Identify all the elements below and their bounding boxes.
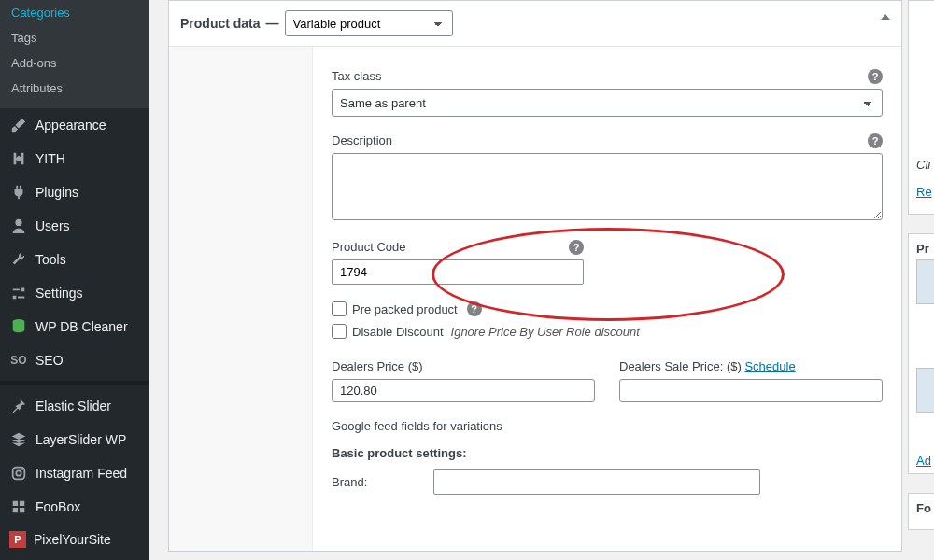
seo-icon: SO xyxy=(9,351,28,370)
description-row: Description ? xyxy=(332,133,883,223)
description-textarea[interactable] xyxy=(332,153,883,220)
sidebar-item-label: Users xyxy=(35,218,70,233)
right-link-ad[interactable]: Ad xyxy=(916,454,934,468)
product-code-label: Product Code xyxy=(332,240,593,254)
sidebar-item-appearance[interactable]: Appearance xyxy=(0,108,149,142)
help-icon[interactable]: ? xyxy=(569,240,584,255)
sidebar-item-label: WP DB Cleaner xyxy=(35,319,128,334)
plug-icon xyxy=(9,183,28,202)
layers-icon xyxy=(9,430,28,449)
sidebar-subitem-tags[interactable]: Tags xyxy=(0,25,149,50)
help-icon[interactable]: ? xyxy=(467,301,482,316)
tax-class-label: Tax class xyxy=(332,69,883,83)
database-icon xyxy=(9,317,28,336)
svg-point-2 xyxy=(16,470,21,475)
pre-packed-checkbox[interactable] xyxy=(332,301,347,316)
disable-discount-hint: Ignore Price By User Role discount xyxy=(451,325,640,339)
product-code-input[interactable] xyxy=(332,259,584,285)
dealers-price-input[interactable] xyxy=(332,379,595,402)
description-label: Description xyxy=(332,133,883,147)
sidebar-item-label: Instagram Feed xyxy=(35,466,127,481)
sidebar-item-users[interactable]: Users xyxy=(0,209,149,243)
sidebar-item-settings[interactable]: Settings xyxy=(0,276,149,310)
product-code-row: Product Code ? xyxy=(332,240,593,285)
dealers-price-row: Dealers Price ($) Dealers Sale Price: ($… xyxy=(332,359,883,402)
schedule-link[interactable]: Schedule xyxy=(744,359,795,373)
dealers-sale-col: Dealers Sale Price: ($) Schedule xyxy=(619,359,883,402)
right-text-pr: Pr xyxy=(916,242,934,256)
panel-header: Product data — Variable product xyxy=(169,1,901,47)
dealers-price-label: Dealers Price ($) xyxy=(332,359,595,373)
admin-sidebar: Categories Tags Add-ons Attributes Appea… xyxy=(0,0,149,560)
grid-icon xyxy=(9,497,28,516)
sliders-icon xyxy=(9,284,28,302)
help-icon[interactable]: ? xyxy=(868,133,883,148)
sidebar-item-label: YITH xyxy=(35,151,65,166)
brand-label: Brand: xyxy=(332,475,420,489)
sidebar-submenu: Categories Tags Add-ons Attributes xyxy=(0,0,149,108)
panel-body: Tax class ? Same as parent Description ?… xyxy=(169,47,901,551)
dealers-sale-input[interactable] xyxy=(619,379,883,402)
help-icon[interactable]: ? xyxy=(868,69,883,84)
right-text-fo: Fo xyxy=(916,501,934,515)
sidebar-item-tools[interactable]: Tools xyxy=(0,243,149,276)
pixelyoursite-icon: P xyxy=(9,531,26,548)
right-link-re[interactable]: Re xyxy=(916,185,934,199)
panel-tabs-sidebar xyxy=(169,47,313,551)
pin-icon xyxy=(9,397,28,415)
svg-point-3 xyxy=(21,469,23,470)
sidebar-item-yith[interactable]: YITH xyxy=(0,142,149,175)
sidebar-item-label: SEO xyxy=(35,353,64,368)
sidebar-item-label: Tools xyxy=(35,252,66,267)
sidebar-item-layerslider[interactable]: LayerSlider WP xyxy=(0,423,149,456)
tax-class-select[interactable]: Same as parent xyxy=(332,89,883,117)
panel-content: Tax class ? Same as parent Description ?… xyxy=(313,47,901,551)
right-meta-column: Cli Re Pr Ad Fo xyxy=(908,0,934,560)
panel-dash: — xyxy=(266,16,279,31)
sidebar-subitem-addons[interactable]: Add-ons xyxy=(0,50,149,76)
pre-packed-label: Pre packed product xyxy=(352,302,458,316)
disable-discount-checkbox[interactable] xyxy=(332,324,347,339)
sidebar-item-plugins[interactable]: Plugins xyxy=(0,175,149,209)
sidebar-item-foobox[interactable]: FooBox xyxy=(0,490,149,524)
user-icon xyxy=(9,217,28,235)
instagram-icon xyxy=(9,464,28,483)
sidebar-item-label: LayerSlider WP xyxy=(35,432,126,447)
sidebar-item-label: Settings xyxy=(35,286,83,301)
tax-class-row: Tax class ? Same as parent xyxy=(332,69,883,117)
google-feed-label: Google feed fields for variations xyxy=(332,419,883,433)
product-data-panel: Product data — Variable product Tax clas… xyxy=(168,0,902,552)
right-box-1: Cli Re xyxy=(908,0,934,215)
sidebar-item-label: Elastic Slider xyxy=(35,399,111,413)
right-box-3: Fo xyxy=(908,493,934,530)
main-content: Product data — Variable product Tax clas… xyxy=(149,0,934,560)
sidebar-item-label: Appearance xyxy=(35,118,106,133)
right-box-2: Pr Ad xyxy=(908,233,934,474)
pre-packed-row: Pre packed product ? xyxy=(332,301,883,316)
thumbnail-image[interactable] xyxy=(916,368,934,413)
sidebar-item-instagramfeed[interactable]: Instagram Feed xyxy=(0,456,149,490)
disable-discount-row: Disable Discount Ignore Price By User Ro… xyxy=(332,324,883,339)
sidebar-item-label: FooBox xyxy=(35,499,80,514)
disable-discount-label: Disable Discount xyxy=(352,325,444,339)
brush-icon xyxy=(9,116,28,134)
sidebar-separator xyxy=(0,381,149,385)
yith-icon xyxy=(9,149,28,168)
sidebar-subitem-attributes[interactable]: Attributes xyxy=(0,76,149,101)
right-text-cli: Cli xyxy=(916,158,934,172)
brand-input[interactable] xyxy=(433,469,760,495)
sidebar-item-label: PixelYourSite xyxy=(34,532,111,547)
thumbnail-image[interactable] xyxy=(916,259,934,304)
dealers-price-col: Dealers Price ($) xyxy=(332,359,595,402)
sidebar-subitem-categories[interactable]: Categories xyxy=(0,0,149,25)
sidebar-item-elasticslider[interactable]: Elastic Slider xyxy=(0,389,149,423)
sidebar-item-wpdbcleaner[interactable]: WP DB Cleaner xyxy=(0,310,149,343)
dealers-sale-label: Dealers Sale Price: ($) Schedule xyxy=(619,359,883,373)
panel-title: Product data xyxy=(180,16,261,31)
sidebar-item-seo[interactable]: SO SEO xyxy=(0,343,149,377)
product-type-select[interactable]: Variable product xyxy=(285,10,453,36)
basic-settings-heading: Basic product settings: xyxy=(332,446,883,460)
wrench-icon xyxy=(9,250,28,269)
panel-collapse-toggle[interactable] xyxy=(881,14,890,20)
sidebar-item-pixelyoursite[interactable]: P PixelYourSite xyxy=(0,524,149,555)
